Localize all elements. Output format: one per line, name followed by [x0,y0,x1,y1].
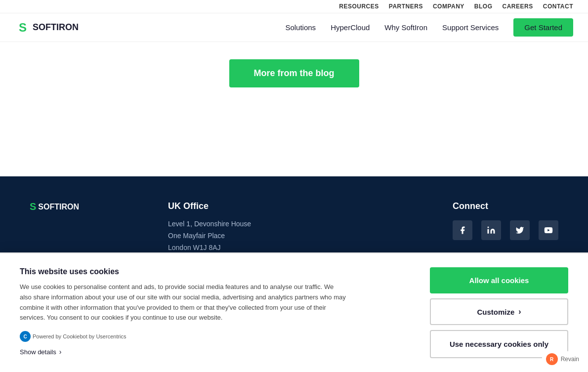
cookie-banner: This website uses cookies We use cookies… [0,252,588,372]
facebook-icon[interactable] [453,220,472,240]
connect-title: Connect [453,201,558,211]
nav-hypercloud[interactable]: HyperCloud [331,23,370,32]
chevron-right-icon: › [59,348,62,356]
address-line-2: One Mayfair Place [168,230,413,242]
cookie-title: This website uses cookies [20,267,400,276]
nav-link-blog[interactable]: BLOG [474,3,493,10]
show-details-button[interactable]: Show details › [20,348,61,356]
revain-icon: R [546,353,558,365]
footer-connect: Connect [453,201,558,240]
cookie-body-text: We use cookies to personalise content an… [20,282,346,323]
allow-all-cookies-button[interactable]: Allow all cookies [430,267,568,293]
office-title: UK Office [168,201,413,211]
show-details-label: Show details [20,348,56,356]
revain-badge[interactable]: R Revain [542,351,583,367]
page-content: More from the blog [0,40,588,117]
social-icons-group [453,220,558,240]
top-bar: RESOURCES PARTNERS COMPANY BLOG CAREERS … [0,0,588,13]
logo-text: SOFTIRON [33,22,79,33]
cookiebot-logo[interactable]: C Powered by Cookiebot by Usercentrics [20,331,126,342]
chevron-right-icon: › [518,307,521,316]
get-started-button[interactable]: Get Started [513,18,573,37]
cookiebot-branding: C Powered by Cookiebot by Usercentrics [20,331,400,342]
spacer [0,117,588,176]
nav-solutions[interactable]: Solutions [285,23,316,32]
nav-link-partners[interactable]: PARTNERS [389,3,423,10]
powered-by-text: Powered by Cookiebot by Usercentrics [33,333,126,339]
svg-point-1 [488,227,489,228]
nav-link-careers[interactable]: CAREERS [503,3,533,10]
svg-rect-0 [488,229,489,234]
customize-label: Customize [477,308,514,316]
nav-why-softiron[interactable]: Why SoftIron [384,23,427,32]
top-navigation: RESOURCES PARTNERS COMPANY BLOG CAREERS … [0,0,588,42]
address-line-1: Level 1, Devonshire House [168,218,413,230]
more-from-blog-button[interactable]: More from the blog [229,59,359,87]
main-nav-bar: S SOFTIRON Solutions HyperCloud Why Soft… [0,13,588,41]
footer-logo-area: S SOFTIRON [30,201,128,227]
nav-link-resources[interactable]: RESOURCES [339,3,379,10]
footer-logo[interactable]: S SOFTIRON [30,201,128,212]
nav-link-contact[interactable]: CONTACT [543,3,573,10]
address-line-3: London W1J 8AJ [168,242,413,254]
revain-label: Revain [561,356,579,363]
cookiebot-icon: C [20,331,31,342]
logo-icon: S [15,20,31,36]
customize-button[interactable]: Customize › [430,298,568,325]
linkedin-icon[interactable] [481,220,501,240]
main-nav-links: Solutions HyperCloud Why SoftIron Suppor… [285,18,573,37]
cookie-right-panel: Allow all cookies Customize › Use necess… [430,267,568,358]
twitter-icon[interactable] [510,220,530,240]
nav-support-services[interactable]: Support Services [442,23,499,32]
site-logo[interactable]: S SOFTIRON [15,20,79,36]
nav-link-company[interactable]: COMPANY [433,3,464,10]
cookie-left-panel: This website uses cookies We use cookies… [20,267,400,356]
youtube-icon[interactable] [539,220,558,240]
